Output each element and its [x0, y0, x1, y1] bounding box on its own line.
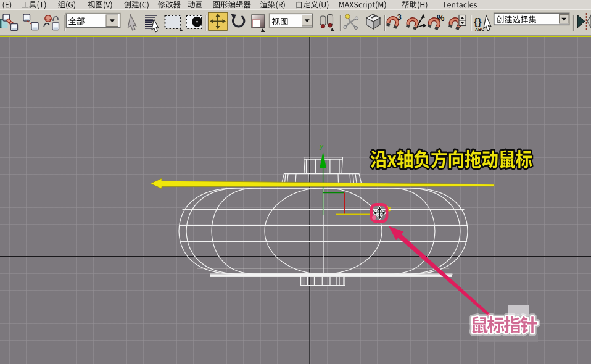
- svg-text:3: 3: [397, 12, 402, 22]
- svg-text:{}: {}: [474, 17, 481, 27]
- svg-text:%: %: [437, 13, 445, 23]
- svg-text:ABC: ABC: [475, 27, 484, 31]
- svg-text:y: y: [320, 143, 324, 150]
